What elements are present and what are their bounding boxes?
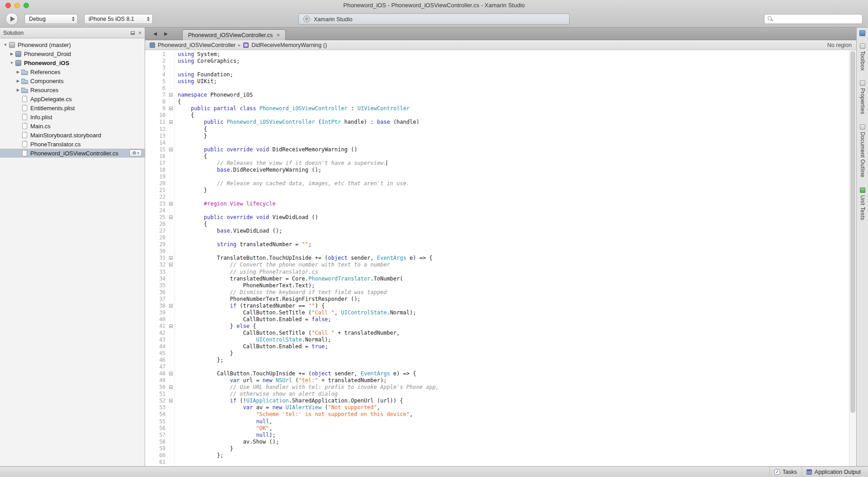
gutter-line-number[interactable]: 38 (145, 303, 168, 309)
search-input[interactable] (764, 14, 863, 24)
dock-item-document-outline[interactable]: Document Outline (859, 124, 866, 178)
code-line-48[interactable]: 48 CallButton.TouchUpInside += (object s… (145, 370, 849, 377)
gutter-line-number[interactable]: 6 (145, 85, 168, 92)
fold-marker-icon[interactable] (169, 120, 173, 124)
tree-item-phoneword-ios[interactable]: ▼Phoneword_iOS (0, 58, 145, 67)
fold-marker-icon[interactable] (169, 263, 173, 267)
gutter-line-number[interactable]: 22 (145, 194, 168, 201)
gutter-line-number[interactable]: 23 (145, 201, 168, 207)
code-line-7[interactable]: 7namespace Phoneword_iOS (145, 92, 849, 98)
code-line-19[interactable]: 19 (145, 173, 849, 180)
code-line-27[interactable]: 27 base.ViewDidLoad (); (145, 228, 849, 234)
code-line-47[interactable]: 47 (145, 364, 849, 370)
document-pad-icon[interactable] (859, 30, 865, 36)
gutter-line-number[interactable]: 61 (145, 459, 168, 466)
code-line-18[interactable]: 18 base.DidReceiveMemoryWarning (); (145, 167, 849, 173)
breadcrumb-member[interactable]: DidReceiveMemoryWarning () (251, 42, 327, 48)
gutter-line-number[interactable]: 42 (145, 330, 168, 337)
disclosure-collapsed-icon[interactable]: ▶ (15, 88, 21, 92)
dock-pad-icon[interactable] (131, 31, 135, 35)
code-line-45[interactable]: 45 } (145, 350, 849, 357)
configuration-dropdown[interactable]: Debug (24, 14, 78, 24)
gutter-line-number[interactable]: 46 (145, 357, 168, 364)
gutter-line-number[interactable]: 50 (145, 384, 168, 391)
gutter-line-number[interactable]: 5 (145, 78, 168, 85)
code-line-34[interactable]: 34 translatedNumber = Core.PhonewordTran… (145, 276, 849, 282)
code-line-2[interactable]: 2using CoreGraphics; (145, 58, 849, 65)
code-line-57[interactable]: 57 null); (145, 432, 849, 439)
pad-button-application-output[interactable]: Application Output (802, 467, 865, 477)
code-line-39[interactable]: 39 CallButton.SetTitle ("Call ", UIContr… (145, 309, 849, 316)
fold-marker-icon[interactable] (169, 93, 173, 97)
fold-marker-icon[interactable] (169, 202, 173, 206)
code-line-3[interactable]: 3 (145, 65, 849, 71)
fold-marker-icon[interactable] (169, 385, 173, 389)
tree-item-entitlements-plist[interactable]: Entitlements.plist (0, 103, 145, 112)
gutter-line-number[interactable]: 4 (145, 71, 168, 78)
code-line-40[interactable]: 40 CallButton.Enabled = false; (145, 316, 849, 323)
code-line-4[interactable]: 4using Foundation; (145, 71, 849, 78)
code-line-22[interactable]: 22 (145, 194, 849, 201)
code-line-50[interactable]: 50 // Use URL handler with tel: prefix t… (145, 384, 849, 391)
gutter-line-number[interactable]: 44 (145, 343, 168, 350)
code-line-21[interactable]: 21 } (145, 187, 849, 194)
tree-item-main-cs[interactable]: Main.cs (0, 122, 145, 131)
tree-item-appdelegate-cs[interactable]: AppDelegate.cs (0, 94, 145, 103)
code-line-41[interactable]: 41 } else { (145, 323, 849, 330)
code-line-58[interactable]: 58 av.Show (); (145, 439, 849, 445)
gutter-line-number[interactable]: 59 (145, 445, 168, 452)
code-editor[interactable]: 1using System;2using CoreGraphics;34usin… (145, 50, 856, 466)
gutter-line-number[interactable]: 15 (145, 146, 168, 153)
close-tab-icon[interactable]: × (276, 32, 280, 38)
scrollbar-thumb[interactable] (850, 51, 855, 413)
code-line-53[interactable]: 53 var av = new UIAlertView ("Not suppor… (145, 404, 849, 411)
code-line-59[interactable]: 59 } (145, 445, 849, 452)
tree-item-components[interactable]: ▶Components (0, 76, 145, 85)
fold-marker-icon[interactable] (169, 256, 173, 260)
close-pad-icon[interactable]: × (138, 30, 142, 36)
gutter-line-number[interactable]: 24 (145, 207, 168, 214)
gutter-line-number[interactable]: 33 (145, 269, 168, 276)
disclosure-expanded-icon[interactable]: ▼ (9, 61, 14, 65)
gutter-line-number[interactable]: 8 (145, 98, 168, 105)
code-line-29[interactable]: 29 string translatedNumber = ""; (145, 241, 849, 248)
code-line-33[interactable]: 33 // using PhoneTranslator.cs (145, 269, 849, 276)
gutter-line-number[interactable]: 58 (145, 439, 168, 445)
code-line-28[interactable]: 28 (145, 234, 849, 241)
code-line-12[interactable]: 12 { (145, 126, 849, 133)
dock-item-toolbox[interactable]: Toolbox (859, 43, 866, 70)
gutter-line-number[interactable]: 28 (145, 234, 168, 241)
code-line-5[interactable]: 5using UIKit; (145, 78, 849, 85)
item-options-button[interactable]: ⚙▾ (129, 150, 142, 157)
code-line-8[interactable]: 8{ (145, 98, 849, 105)
gutter-line-number[interactable]: 39 (145, 309, 168, 316)
fold-marker-icon[interactable] (169, 399, 173, 402)
code-line-16[interactable]: 16 { (145, 153, 849, 160)
breadcrumb-class[interactable]: Phoneword_iOSViewController (158, 42, 236, 48)
gutter-line-number[interactable]: 25 (145, 214, 168, 221)
gutter-line-number[interactable]: 29 (145, 241, 168, 248)
fold-marker-icon[interactable] (169, 372, 173, 375)
code-line-56[interactable]: 56 "OK", (145, 425, 849, 432)
gutter-line-number[interactable]: 53 (145, 404, 168, 411)
gutter-line-number[interactable]: 56 (145, 425, 168, 432)
tree-item-info-plist[interactable]: Info.plist (0, 112, 145, 122)
fold-marker-icon[interactable] (169, 215, 173, 219)
gutter-line-number[interactable]: 41 (145, 323, 168, 330)
disclosure-collapsed-icon[interactable]: ▶ (15, 79, 21, 83)
gutter-line-number[interactable]: 47 (145, 364, 168, 370)
tree-item-references[interactable]: ▶References (0, 67, 145, 76)
code-line-55[interactable]: 55 null, (145, 418, 849, 425)
code-line-54[interactable]: 54 "Scheme 'tel:' is not supported on th… (145, 411, 849, 418)
code-line-30[interactable]: 30 (145, 248, 849, 255)
dock-item-properties[interactable]: Properties (859, 80, 866, 114)
code-line-13[interactable]: 13 } (145, 133, 849, 140)
gutter-line-number[interactable]: 31 (145, 255, 168, 262)
fold-marker-icon[interactable] (169, 148, 173, 151)
gutter-line-number[interactable]: 43 (145, 337, 168, 343)
gutter-line-number[interactable]: 10 (145, 112, 168, 119)
gutter-line-number[interactable]: 17 (145, 160, 168, 167)
tab-phoneword-iosviewcontroller-cs[interactable]: Phoneword_iOSViewController.cs × (182, 29, 286, 40)
code-line-23[interactable]: 23 #region View lifecycle (145, 201, 849, 207)
tree-item-phoneword-iosviewcontroller-cs[interactable]: Phoneword_iOSViewController.cs⚙▾ (0, 149, 145, 158)
